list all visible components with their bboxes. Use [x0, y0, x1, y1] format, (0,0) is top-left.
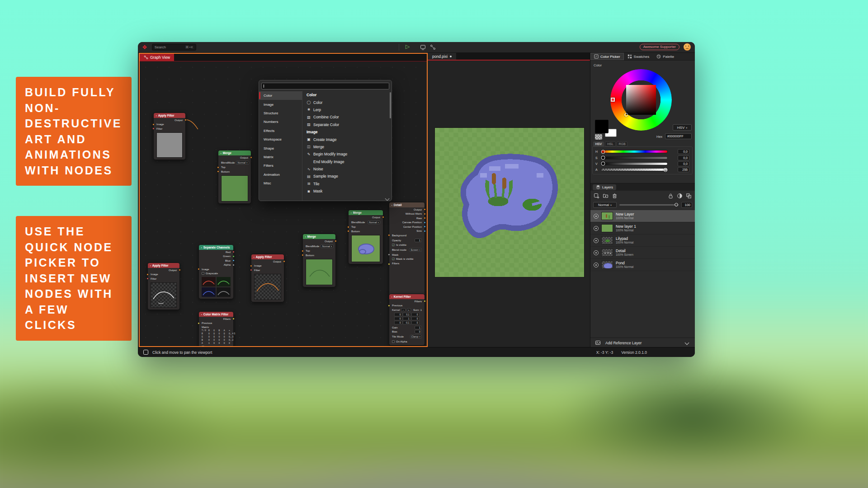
- output-port[interactable]: [382, 216, 384, 218]
- mask-input-port[interactable]: [388, 253, 390, 256]
- kernel-cell[interactable]: 0: [394, 313, 402, 316]
- center-position-port[interactable]: [424, 225, 426, 228]
- previous-input-port[interactable]: [198, 322, 200, 324]
- picker-item-lerp[interactable]: ❅Lerp: [307, 106, 387, 113]
- output-port[interactable]: [283, 260, 285, 263]
- lock-transparency-button[interactable]: [668, 193, 674, 199]
- blendmode-select[interactable]: Screen▾: [409, 248, 422, 252]
- alpha-lock-button[interactable]: [677, 193, 683, 199]
- hex-input[interactable]: #000000FF: [665, 133, 692, 139]
- filter-input-port[interactable]: [146, 277, 149, 280]
- background-input-port[interactable]: [388, 234, 390, 236]
- blendmode-select[interactable]: Normal▾: [321, 244, 333, 248]
- node-graph-icon[interactable]: [430, 44, 436, 50]
- saturation-slider[interactable]: [601, 156, 668, 160]
- add-reference-layer-row[interactable]: Add Reference Layer: [590, 338, 695, 347]
- image-input-port[interactable]: [250, 265, 252, 267]
- category-filters[interactable]: Filters: [259, 161, 302, 170]
- without-filters-port[interactable]: [424, 213, 426, 215]
- raw-port[interactable]: [424, 217, 426, 219]
- color-model-select[interactable]: HSV ▾: [673, 124, 692, 131]
- node-merge-2[interactable]: ▪Merge Output BlendMode Normal▾ Top Bott…: [302, 234, 336, 287]
- node-merge-1[interactable]: ▪Merge Output BlendMode Normal▾ Top Bott…: [218, 150, 251, 204]
- alpha-slider-thumb[interactable]: [663, 168, 667, 172]
- blendmode-select[interactable]: Normal▾: [236, 161, 249, 164]
- tab-pond-pixi[interactable]: pond.pixi: [428, 53, 456, 60]
- bottom-input-port[interactable]: [217, 170, 219, 173]
- matrix-row-a[interactable]: A 1 0 0 0 0: [199, 342, 233, 345]
- filters-output-port[interactable]: [424, 300, 426, 302]
- new-folder-button[interactable]: [603, 193, 609, 199]
- bottom-input-port[interactable]: [347, 230, 349, 232]
- picker-item-create-image[interactable]: ▣Create Image: [307, 136, 387, 143]
- layer-thumbnail[interactable]: [601, 249, 613, 257]
- node-merge-3[interactable]: ▪Merge Output BlendMode Normal▾ Top Bott…: [348, 210, 383, 264]
- picker-item-noise[interactable]: ∿Noise: [307, 165, 387, 173]
- blendmode-select[interactable]: Normal▾: [368, 221, 380, 224]
- layer-thumbnail[interactable]: [601, 261, 613, 269]
- image-input-port[interactable]: [198, 268, 200, 270]
- category-animation[interactable]: Animation: [259, 170, 302, 179]
- kernel-grow-button[interactable]: +: [407, 308, 411, 312]
- primary-color-swatch[interactable]: [595, 120, 609, 133]
- top-input-port[interactable]: [302, 250, 304, 252]
- saturation-slider-thumb[interactable]: [601, 156, 605, 160]
- filter-input-port[interactable]: [152, 127, 155, 130]
- gain-input[interactable]: 1: [415, 326, 422, 329]
- node-graph-canvas[interactable]: ▪Apply Filter Output Image Filter ▪Merge…: [140, 61, 427, 346]
- output-port[interactable]: [250, 156, 252, 159]
- merge-layers-button[interactable]: [686, 193, 692, 199]
- bottom-input-port[interactable]: [302, 254, 304, 256]
- picker-item-color[interactable]: ◯Color: [307, 99, 387, 106]
- matrix-row-b[interactable]: B 0 0 0 0 0,2: [199, 338, 233, 342]
- hue-slider-thumb[interactable]: [601, 150, 605, 154]
- output-port[interactable]: [424, 208, 426, 211]
- node-detail-layer[interactable]: ▪Detail Output Without filters Raw Canva…: [389, 202, 425, 296]
- matrix-row-r[interactable]: R 0 0 0 0 0,45: [199, 332, 233, 335]
- red-output-port[interactable]: [232, 251, 235, 253]
- grayscale-checkbox[interactable]: [202, 272, 204, 275]
- tile-mode-select[interactable]: Clamp▾: [410, 335, 422, 338]
- output-port[interactable]: [184, 119, 187, 121]
- on-alpha-checkbox[interactable]: [392, 340, 395, 343]
- picker-item-sample-image[interactable]: ▤Sample Image: [307, 173, 387, 180]
- layer-row-new-layer-1[interactable]: New layer 1100% Normal: [590, 222, 695, 235]
- layer-thumbnail[interactable]: [601, 224, 613, 232]
- pixel-art-canvas[interactable]: [435, 128, 584, 277]
- sv-marker[interactable]: [624, 113, 628, 117]
- filters-output-port[interactable]: [232, 318, 235, 320]
- user-avatar[interactable]: [684, 43, 691, 51]
- picker-item-separate-color[interactable]: ▨Separate Color: [307, 121, 387, 128]
- app-logo-icon[interactable]: ❖: [142, 44, 147, 50]
- matrix-row-g[interactable]: G 0 0 0 0 0,3: [199, 335, 233, 338]
- filter-input-port[interactable]: [250, 269, 252, 271]
- picker-item-begin-modify-image[interactable]: ✎Begin Modify Image: [307, 150, 387, 158]
- category-misc[interactable]: Misc: [259, 179, 302, 188]
- kernel-cell[interactable]: -0,1: [403, 321, 411, 324]
- alpha-slider[interactable]: [601, 168, 668, 171]
- picker-scrollbar[interactable]: [390, 92, 391, 118]
- mask-visible-checkbox[interactable]: [392, 258, 395, 260]
- export-icon[interactable]: [420, 44, 426, 50]
- layer-row-pond[interactable]: Pond100% Normal: [590, 259, 695, 271]
- on-alpha-checkbox[interactable]: [202, 346, 204, 346]
- layer-thumbnail[interactable]: [601, 236, 613, 244]
- picker-item-merge[interactable]: ◫Merge: [307, 143, 387, 150]
- category-shape[interactable]: Shape: [259, 144, 302, 152]
- kernel-cell[interactable]: 1: [403, 317, 411, 320]
- layers-title-chip[interactable]: Layers: [593, 184, 616, 190]
- is-visible-checkbox[interactable]: [392, 244, 395, 246]
- filters-input-port[interactable]: [388, 263, 390, 265]
- category-workspace[interactable]: Workspace: [259, 135, 302, 144]
- opacity-input[interactable]: 1: [415, 239, 422, 242]
- value-value[interactable]: 0,0: [678, 161, 689, 166]
- layer-row-detail[interactable]: Detail100% Screen: [590, 247, 695, 259]
- size-port[interactable]: [424, 230, 426, 232]
- category-color[interactable]: Color: [259, 91, 302, 100]
- previous-input-port[interactable]: [388, 305, 390, 307]
- supporter-badge[interactable]: Awesome Supporter: [640, 44, 679, 50]
- blue-output-port[interactable]: [232, 259, 235, 262]
- kernel-cell[interactable]: 0: [394, 321, 402, 324]
- layer-thumbnail[interactable]: [601, 212, 613, 220]
- image-input-port[interactable]: [152, 123, 155, 126]
